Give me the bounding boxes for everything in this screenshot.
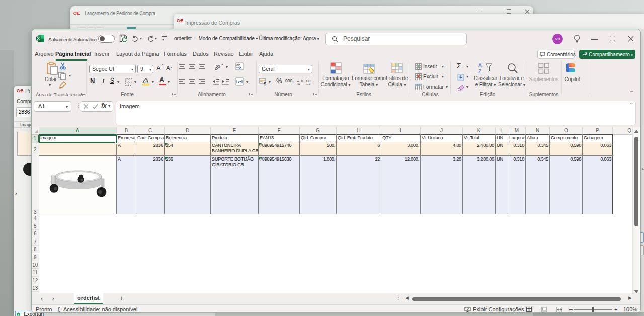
svg-text:.00: .00 [297,82,300,85]
svg-text:A: A [478,63,482,68]
svg-text:E: E [21,88,23,93]
svg-text:$: $ [264,81,266,86]
svg-text:E: E [77,11,80,15]
svg-text:→.0: →.0 [306,82,310,85]
svg-text:E: E [181,18,183,23]
svg-text:X: X [37,36,40,41]
svg-text:Z: Z [478,69,481,74]
svg-text:ab: ab [215,63,221,70]
svg-text:ab: ab [236,63,240,67]
svg-text:X: X [17,313,19,316]
